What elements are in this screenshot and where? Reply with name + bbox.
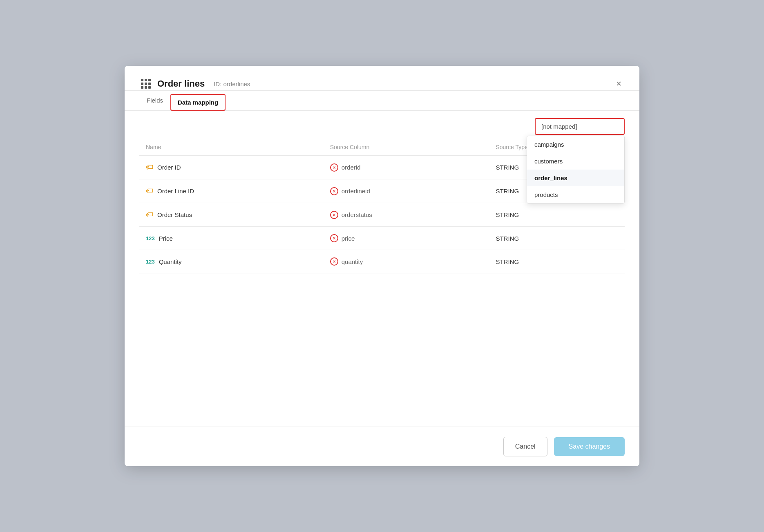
modal-id: ID: orderlines [214, 80, 250, 87]
modal-footer: Cancel Save changes [125, 427, 639, 466]
cell-source-type: STRING [489, 203, 625, 227]
close-button[interactable]: × [613, 78, 625, 90]
cell-source-column: orderid [324, 156, 489, 179]
modal-body: campaigns customers order_lines products… [125, 111, 639, 427]
table-row: 123 Quantity quantity STRING [139, 250, 625, 273]
table-row: 123 Price price STRING [139, 227, 625, 250]
tab-data-mapping[interactable]: Data mapping [170, 94, 226, 111]
source-col: orderstatus [330, 211, 483, 219]
dropdown-option-products[interactable]: products [527, 186, 624, 203]
source-col: orderid [330, 163, 483, 172]
dropdown-option-campaigns[interactable]: campaigns [527, 136, 624, 153]
save-button[interactable]: Save changes [554, 437, 625, 456]
tag-icon: 🏷 [146, 187, 153, 195]
source-dropdown-wrapper: campaigns customers order_lines products [535, 118, 625, 135]
error-icon [330, 187, 338, 195]
cell-source-column: orderlineid [324, 179, 489, 203]
modal: Order lines ID: orderlines × Fields Data… [125, 66, 639, 466]
error-icon [330, 257, 338, 266]
source-col: price [330, 234, 483, 242]
cell-source-column: quantity [324, 250, 489, 273]
table-row: 🏷 Order Status orderstatus STRING [139, 203, 625, 227]
filter-row: campaigns customers order_lines products [139, 111, 625, 139]
error-icon [330, 234, 338, 242]
field-name-cell: 🏷 Order ID [146, 163, 317, 172]
tag-icon: 🏷 [146, 163, 153, 172]
tab-fields[interactable]: Fields [139, 91, 170, 111]
grid-icon [139, 77, 152, 90]
cell-source-column: orderstatus [324, 203, 489, 227]
modal-header-left: Order lines ID: orderlines [139, 77, 613, 90]
source-dropdown-input[interactable] [535, 118, 625, 135]
modal-title: Order lines [157, 78, 205, 89]
numeric-icon: 123 [146, 259, 155, 265]
field-name-cell: 🏷 Order Status [146, 210, 317, 219]
field-name-cell: 123 Price [146, 235, 317, 242]
cell-source-type: STRING [489, 250, 625, 273]
col-header-source-column: Source Column [324, 139, 489, 156]
tag-icon: 🏷 [146, 210, 153, 219]
cell-name: 🏷 Order ID [139, 156, 324, 179]
modal-header: Order lines ID: orderlines × [125, 66, 639, 91]
cell-name: 123 Price [139, 227, 324, 250]
tabs-bar: Fields Data mapping [125, 91, 639, 111]
source-col: orderlineid [330, 187, 483, 195]
field-name-cell: 123 Quantity [146, 258, 317, 265]
dropdown-option-customers[interactable]: customers [527, 153, 624, 170]
cancel-button[interactable]: Cancel [503, 437, 547, 456]
cell-source-type: STRING [489, 227, 625, 250]
cell-name: 🏷 Order Status [139, 203, 324, 227]
dropdown-option-order-lines[interactable]: order_lines [527, 170, 624, 186]
field-name-cell: 🏷 Order Line ID [146, 187, 317, 195]
cell-name: 🏷 Order Line ID [139, 179, 324, 203]
error-icon [330, 163, 338, 172]
source-dropdown-menu: campaigns customers order_lines products [527, 136, 625, 203]
col-header-name: Name [139, 139, 324, 156]
cell-source-column: price [324, 227, 489, 250]
numeric-icon: 123 [146, 235, 155, 241]
source-col: quantity [330, 257, 483, 266]
cell-name: 123 Quantity [139, 250, 324, 273]
error-icon [330, 211, 338, 219]
modal-backdrop: Order lines ID: orderlines × Fields Data… [0, 0, 764, 532]
